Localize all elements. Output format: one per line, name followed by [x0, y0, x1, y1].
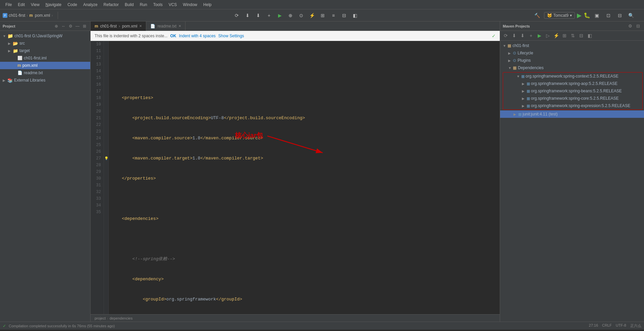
maven-tree-btn[interactable]: ⊞	[561, 32, 568, 39]
maven-collapse-btn[interactable]: ◧	[586, 32, 593, 39]
sidebar-gear-btn[interactable]: ⚙	[67, 23, 73, 29]
maven-btn5[interactable]: ⊞	[318, 11, 327, 20]
maven-sync-btn[interactable]: ⇅	[569, 32, 577, 39]
menu-navigate[interactable]: Navigate	[43, 1, 64, 8]
tab-readme[interactable]: 📄 readme.txt ✕	[146, 21, 185, 31]
statusbar-encoding: CRLF	[602, 323, 612, 328]
maven-spring-box: ▼ ▦ org.springframework:spring-context:5…	[503, 72, 643, 110]
maven-item-spring-core[interactable]: ▶ ▦ org.springframework:spring-core:5.2.…	[503, 95, 642, 102]
maven-btn7[interactable]: ⊟	[339, 11, 349, 20]
maven-parallel-btn[interactable]: ⚡	[552, 32, 560, 39]
sidebar-collapse-btn[interactable]: —	[74, 23, 80, 29]
run-button[interactable]: ▶	[577, 12, 582, 19]
debug-button[interactable]: 🐛	[584, 12, 590, 18]
ln-31: 31	[93, 182, 101, 189]
maven-item-lifecycle[interactable]: ▶ ⊙ Lifecycle	[500, 49, 644, 57]
add-button[interactable]: +	[264, 11, 274, 20]
update-button[interactable]: ⬇	[243, 11, 252, 20]
maven-refresh-btn[interactable]: ⟳	[502, 32, 509, 39]
maven-item-junit[interactable]: ▶ ▦ junit:junit:4.11 (test)	[500, 110, 644, 118]
menu-build[interactable]: Build	[122, 1, 137, 8]
tab-pom-xml[interactable]: m ch01-first › pom.xml ✕	[91, 21, 146, 31]
tree-item-extlibs[interactable]: ▶ 📚 External Libraries	[0, 77, 90, 84]
tab-pom-close[interactable]: ✕	[139, 24, 142, 28]
maven-run2-btn[interactable]: ▷	[544, 32, 551, 39]
maven-add-btn[interactable]: +	[527, 32, 535, 39]
maven-item-plugins[interactable]: ▶ ⊙ Plugins	[500, 57, 644, 64]
menu-window[interactable]: Window	[180, 1, 200, 8]
code-editor[interactable]: 10 11 12 13 14 15 16 17 18 19 20 21 22 2…	[91, 41, 500, 314]
notification-bar: This file is indented with 2 spaces inst…	[91, 31, 500, 41]
menu-code[interactable]: Code	[65, 1, 80, 8]
tag-groupid-close: </groupId>	[216, 296, 242, 303]
profile-button[interactable]: ⊡	[604, 11, 613, 20]
sidebar-expand-btn[interactable]: ⊞	[82, 23, 88, 29]
maven-label-root: ch01-first	[513, 43, 529, 48]
maven-btn4[interactable]: ⚡	[307, 11, 317, 20]
layout-button[interactable]: ⊟	[615, 11, 625, 20]
maven-arrow-root: ▼	[503, 44, 507, 48]
notification-text: This file is indented with 2 spaces inst…	[95, 34, 167, 38]
maven-btn6[interactable]: ≡	[329, 11, 338, 20]
coverage-button[interactable]: ▣	[592, 11, 602, 20]
maven-item-spring-expression[interactable]: ▶ ▦ org.springframework:spring-expressio…	[503, 102, 642, 109]
maven-item-spring-beans[interactable]: ▶ ▦ org.springframework:spring-beans:5.2…	[503, 87, 642, 95]
ln-25: 25	[93, 142, 101, 148]
maven-btn2[interactable]: ⊕	[286, 11, 295, 20]
menu-help[interactable]: Help	[201, 1, 214, 8]
menu-run[interactable]: Run	[137, 1, 150, 8]
download-button[interactable]: ⬇	[254, 11, 263, 20]
menu-tools[interactable]: Tools	[151, 1, 165, 8]
maven-item-spring-aop[interactable]: ▶ ▦ org.springframework:spring-aop:5.2.5…	[503, 80, 642, 87]
maven-item-spring-context[interactable]: ▼ ▦ org.springframework:spring-context:5…	[503, 73, 642, 80]
maven-btn8[interactable]: ◧	[350, 11, 360, 20]
maven-download-btn[interactable]: ⬇	[511, 32, 518, 39]
sidebar-sync-btn[interactable]: ↔	[60, 23, 66, 29]
tree-label-iml: ch01-first.iml	[24, 56, 47, 60]
tree-item-src[interactable]: ▶ 📂 src	[0, 40, 90, 47]
notification-ok[interactable]: OK	[170, 34, 176, 38]
tab-readme-label: readme.txt	[157, 24, 176, 29]
gutter-24	[104, 135, 108, 142]
menu-vcs[interactable]: VCS	[166, 1, 180, 8]
maven-run-btn[interactable]: ▶	[536, 32, 543, 39]
ln-11: 11	[93, 48, 101, 54]
tab-readme-close[interactable]: ✕	[178, 24, 181, 28]
maven-download2-btn[interactable]: ⬇	[519, 32, 526, 39]
maven-expand-btn[interactable]: ⊟	[578, 32, 585, 39]
menu-edit[interactable]: Edit	[15, 1, 28, 8]
tree-label-extlibs: External Libraries	[14, 78, 45, 83]
tree-item-target[interactable]: ▶ 📁 target	[0, 47, 90, 54]
src-folder-icon: 📂	[13, 41, 18, 46]
tree-item-pom[interactable]: m pom.xml	[0, 62, 90, 69]
tree-arrow-src: ▶	[8, 42, 13, 45]
tree-item-root[interactable]: ▼ 📁 ch01-first G:\Java\SpringW	[0, 32, 90, 40]
notification-settings[interactable]: Show Settings	[218, 34, 244, 38]
gutter-18	[104, 95, 108, 101]
gutter-19	[104, 101, 108, 108]
maven-item-deps[interactable]: ▼ ▦ Dependencies	[500, 64, 644, 72]
maven-item-root[interactable]: ▼ ▦ ch01-first	[500, 42, 644, 49]
maven-gear-btn[interactable]: ⚙	[627, 23, 634, 30]
run-maven-button[interactable]: ▶	[275, 11, 284, 20]
tree-item-readme[interactable]: 📄 readme.txt	[0, 69, 90, 77]
sidebar-add-btn[interactable]: ⊕	[53, 23, 59, 29]
maven-settings-btn[interactable]: ⊟	[635, 23, 641, 30]
menu-analyze[interactable]: Analyze	[80, 1, 100, 8]
build-icon[interactable]: 🔨	[533, 11, 542, 20]
menu-file[interactable]: File	[3, 1, 14, 8]
sync-button[interactable]: ⟳	[232, 11, 241, 20]
maven-label-junit: junit:junit:4.11 (test)	[523, 112, 558, 116]
code-line-13: <project.build.sourceEncoding>UTF-8</pro…	[111, 115, 497, 122]
code-content[interactable]: <properties> <project.build.sourceEncodi…	[109, 41, 500, 314]
ln-24: 24	[93, 135, 101, 142]
ln-15: 15	[93, 75, 101, 81]
maven-btn3[interactable]: ⊙	[297, 11, 306, 20]
menu-view[interactable]: View	[28, 1, 42, 8]
gutter-30	[104, 175, 108, 182]
notification-indent[interactable]: Indent with 4 spaces	[179, 34, 215, 38]
menu-refactor[interactable]: Refactor	[101, 1, 121, 8]
search-button[interactable]: 🔍	[627, 11, 636, 20]
tree-item-iml[interactable]: ⬜ ch01-first.iml	[0, 54, 90, 62]
tomcat-selector[interactable]: 🐱 Tomcat9 ▾	[544, 12, 575, 19]
